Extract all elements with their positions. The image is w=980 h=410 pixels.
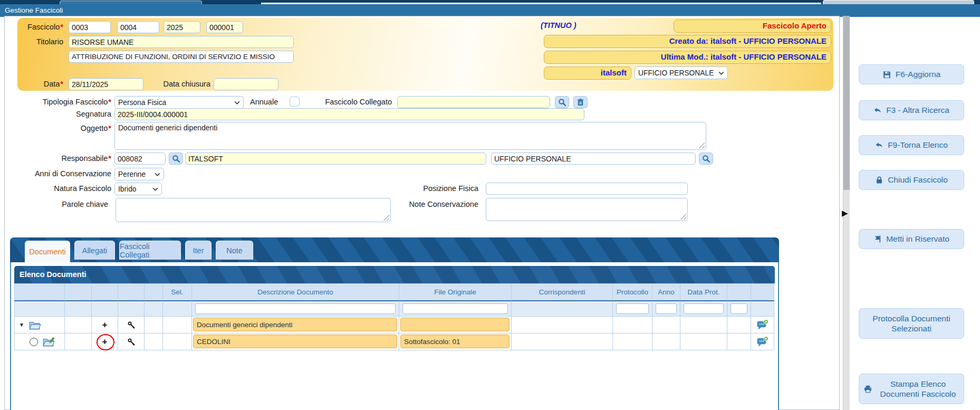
- natura-fascicolo-label: Natura Fascicolo: [11, 184, 111, 193]
- filter-file-originale-input[interactable]: [402, 303, 508, 314]
- responsabile-ufficio-input[interactable]: [491, 152, 696, 165]
- ufficio-search-button[interactable]: [699, 152, 713, 165]
- fascicolo-code-1[interactable]: [69, 21, 111, 33]
- protocolla-documenti-button[interactable]: Protocolla Documenti Selezionati: [859, 308, 964, 339]
- panel-scrollbar-thumb[interactable]: [843, 16, 850, 190]
- f9-torna-elenco-button[interactable]: F9-Torna Elenco: [859, 135, 964, 155]
- annuale-checkbox[interactable]: [290, 97, 300, 107]
- fascicolo-number[interactable]: [206, 21, 243, 33]
- descrizione-cell[interactable]: CEDOLINI: [192, 333, 399, 350]
- parole-chiave-label: Parole chiave: [11, 200, 108, 208]
- resize-handle-icon[interactable]: [698, 141, 705, 148]
- metti-in-riservato-button[interactable]: Metti in Riservato: [859, 229, 964, 249]
- key-icon[interactable]: [127, 338, 136, 346]
- f3-altra-ricerca-button[interactable]: F3 - Altra Ricerca: [859, 100, 964, 120]
- table-header-row: Sel. Descrizione Documento File Original…: [14, 283, 774, 301]
- responsabile-search-button[interactable]: [169, 152, 183, 165]
- data-chiusura-input[interactable]: [214, 78, 278, 90]
- sel-cell[interactable]: [163, 317, 192, 333]
- stampa-elenco-button[interactable]: Stampa Elenco Documenti Fascicolo: [859, 374, 964, 404]
- filter-data-prot-input[interactable]: [684, 303, 724, 314]
- anni-conservazione-select[interactable]: Perenne: [114, 168, 164, 180]
- col-sel[interactable]: Sel.: [163, 283, 192, 301]
- data-prot-cell: [680, 317, 727, 333]
- permissions-cell[interactable]: [118, 333, 145, 350]
- fascicolo-year[interactable]: [164, 21, 200, 33]
- tab-documenti[interactable]: Documenti: [25, 241, 70, 262]
- responsabile-code-input[interactable]: [114, 152, 166, 165]
- tab-fascicoli-collegati[interactable]: Fascicoli Collegati: [119, 241, 181, 260]
- filter-anno-input[interactable]: [656, 303, 677, 314]
- radio-icon[interactable]: [30, 338, 38, 346]
- expand-arrow-icon[interactable]: ▼: [19, 322, 24, 328]
- fascicolo-code-2[interactable]: [117, 21, 159, 33]
- oggetto-label: Oggetto*: [32, 124, 111, 132]
- fascicolo-collegato-delete-button[interactable]: [573, 96, 588, 108]
- data-label: Data*: [11, 80, 63, 88]
- descrizione-cell[interactable]: Documenti generici dipendenti: [192, 317, 399, 333]
- note-conservazione-textarea[interactable]: [486, 198, 688, 221]
- tree-cell: ▼: [14, 317, 65, 333]
- anno-cell: [652, 333, 680, 350]
- add-document-cell[interactable]: +: [92, 317, 118, 333]
- key-icon[interactable]: [127, 321, 136, 329]
- data-prot-cell: [680, 333, 727, 350]
- file-originale-cell[interactable]: Sottofascicolo: 01: [399, 333, 512, 350]
- sel-cell[interactable]: [163, 333, 192, 350]
- browser-tab-strip: [0, 0, 980, 4]
- save-icon: [882, 70, 891, 79]
- resize-handle-icon[interactable]: [679, 213, 686, 220]
- comment-add-icon[interactable]: [756, 319, 769, 330]
- add-document-cell[interactable]: +: [92, 333, 118, 350]
- tab-note[interactable]: Note: [216, 241, 253, 260]
- data-chiusura-label: Data chiusura: [148, 80, 210, 88]
- oggetto-textarea[interactable]: Documenti generici dipendenti: [114, 122, 706, 150]
- file-originale-cell[interactable]: [399, 317, 512, 333]
- empty-cell: [727, 317, 751, 333]
- tipologia-select[interactable]: Persona Fisica: [114, 96, 244, 109]
- ufficio-select[interactable]: UFFICIO PERSONALE: [635, 66, 728, 79]
- utente-badge: italsoft: [544, 66, 631, 80]
- app-title-bar: Gestione Fascicoli: [0, 4, 980, 17]
- comment-cell[interactable]: [751, 333, 774, 350]
- panel-collapse-handle[interactable]: ▶: [842, 209, 848, 217]
- search-icon: [172, 155, 180, 163]
- tab-allegati[interactable]: Allegati: [74, 241, 115, 260]
- permissions-cell[interactable]: [118, 317, 145, 333]
- comment-add-icon[interactable]: [756, 336, 769, 347]
- plus-icon[interactable]: +: [102, 320, 108, 330]
- posizione-fisica-input[interactable]: [486, 183, 688, 195]
- undo-icon: [875, 141, 883, 149]
- col-descrizione[interactable]: Descrizione Documento: [192, 283, 399, 301]
- col-corrispondenti[interactable]: Corrispondenti: [512, 283, 613, 301]
- search-icon: [558, 98, 566, 107]
- tree-cell: [14, 333, 65, 350]
- natura-fascicolo-select[interactable]: Ibrido: [114, 183, 162, 195]
- fascicolo-collegato-input[interactable]: [397, 96, 550, 108]
- fascicolo-collegato-search-button[interactable]: [555, 96, 569, 108]
- red-circle-annotation: [97, 334, 114, 350]
- empty-cell: [727, 333, 751, 350]
- col-b: [145, 283, 163, 301]
- titolario-line1-input[interactable]: [69, 36, 294, 48]
- filter-extra-input[interactable]: [731, 303, 747, 314]
- parole-chiave-textarea[interactable]: [116, 198, 391, 222]
- col-protocollo[interactable]: Protocollo: [613, 283, 652, 301]
- data-input[interactable]: [69, 78, 143, 90]
- empty-cell: [65, 333, 92, 350]
- col-anno[interactable]: Anno: [652, 283, 680, 301]
- segnatura-input[interactable]: [114, 108, 584, 120]
- chiudi-fascicolo-button[interactable]: Chiudi Fascicolo: [859, 170, 964, 190]
- col-file-originale[interactable]: File Originale: [399, 283, 512, 301]
- col-data-prot[interactable]: Data Prot.: [680, 283, 727, 301]
- comment-cell[interactable]: [751, 317, 774, 333]
- f6-aggiorna-button[interactable]: F6-Aggiorna: [859, 64, 964, 84]
- responsabile-name-input[interactable]: [185, 152, 486, 165]
- filter-protocollo-input[interactable]: [616, 303, 649, 314]
- tab-iter[interactable]: Iter: [185, 241, 212, 260]
- titolario-line2-input[interactable]: [69, 51, 294, 63]
- filter-descrizione-input[interactable]: [195, 303, 396, 314]
- col-add: [92, 283, 118, 301]
- resize-handle-icon[interactable]: [382, 214, 389, 221]
- detail-tab-strip: Documenti Allegati Fascicoli Collegati I…: [10, 237, 779, 262]
